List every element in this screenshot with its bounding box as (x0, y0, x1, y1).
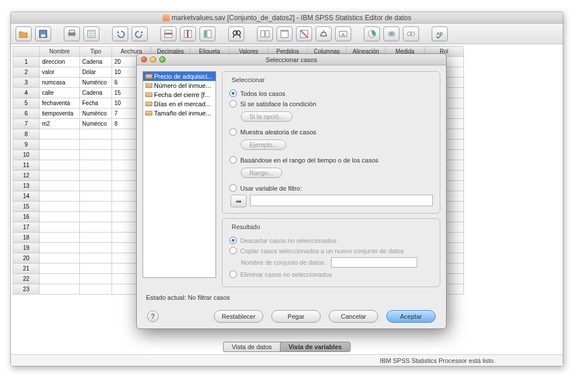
ok-button[interactable]: Aceptar (386, 310, 436, 323)
reset-button[interactable]: Restablecer (214, 310, 263, 323)
radio-range[interactable]: Basándose en el rango del tiempo o de lo… (229, 156, 433, 164)
svg-rect-1 (41, 34, 45, 37)
goto-var-button[interactable] (180, 26, 196, 41)
print-button[interactable] (64, 26, 80, 41)
list-item: Número del inmue... (143, 81, 216, 90)
svg-point-22 (390, 31, 395, 36)
split-button[interactable] (257, 26, 273, 41)
radio-icon (229, 156, 237, 164)
scale-icon (145, 92, 152, 97)
svg-rect-16 (281, 30, 289, 32)
weight-cases-button[interactable] (316, 26, 332, 41)
app-icon (163, 14, 170, 21)
list-item: Fecha del cierre [f... (143, 90, 216, 99)
if-button[interactable]: Si la opció... (241, 111, 293, 122)
svg-rect-8 (187, 30, 189, 37)
save-button[interactable] (35, 26, 51, 41)
weight-button[interactable] (276, 26, 293, 41)
variables-button[interactable] (199, 26, 216, 41)
toolbar: A AB (11, 24, 563, 44)
svg-rect-6 (165, 33, 172, 34)
list-item: Tamaño del inmue... (143, 109, 216, 118)
tab-variable-view[interactable]: Vista de variables (280, 342, 351, 352)
sets-button[interactable] (383, 26, 399, 41)
status-bar: IBM SPSS Statistics Processor está listo (11, 354, 563, 366)
sample-button[interactable]: Ejemplo... (241, 140, 286, 150)
result-fieldset: Resultado Descartar casos no seleccionad… (222, 218, 440, 287)
svg-rect-14 (266, 30, 269, 37)
col-tipo[interactable]: Tipo (80, 47, 112, 57)
radio-icon (229, 247, 237, 254)
close-icon[interactable] (141, 56, 147, 63)
select-cases-button[interactable] (296, 26, 312, 41)
window-titlebar: marketvalues.sav [Conjunto_de_datos2] - … (11, 12, 563, 24)
radio-icon (229, 128, 237, 136)
radio-all-cases[interactable]: Todos los casos (229, 90, 433, 97)
paste-button[interactable]: Pegar (271, 310, 321, 323)
svg-point-24 (410, 32, 414, 36)
minimize-icon[interactable] (150, 56, 156, 63)
zoom-icon[interactable] (159, 56, 166, 63)
variable-list[interactable]: Precio de adquisici... Número del inmue.… (143, 71, 216, 278)
dataset-name-field[interactable] (331, 257, 417, 268)
move-variable-button[interactable]: ➦ (230, 195, 247, 207)
view-tabs: Vista de datosVista de variables (11, 342, 563, 352)
find-button[interactable] (228, 26, 244, 41)
svg-rect-3 (70, 30, 75, 33)
svg-text:AB: AB (437, 30, 443, 36)
select-cases-dialog: Seleccionar casos Precio de adquisici...… (136, 53, 447, 329)
radio-delete: Eliminar casos no seleccionados (229, 270, 433, 278)
dialog-title: Seleccionar casos (266, 56, 317, 63)
select-fieldset: Seleccionar Todos los casos Si se satisf… (222, 71, 440, 214)
radio-icon (229, 100, 237, 107)
radio-icon (229, 270, 237, 278)
show-all-button[interactable] (403, 26, 419, 41)
list-item: Días en el mercad... (143, 99, 216, 109)
dialog-titlebar[interactable]: Seleccionar casos (137, 54, 446, 65)
radio-copy: Copiar casos seleccionados a un nuevo co… (229, 247, 433, 254)
select-legend: Seleccionar (229, 76, 267, 83)
value-labels-button[interactable]: A (335, 26, 351, 41)
radio-filter-variable[interactable]: Usar variable de filtro: (229, 184, 433, 192)
open-button[interactable] (16, 26, 32, 41)
col-nombre[interactable]: Nombre (40, 47, 80, 57)
goto-case-button[interactable] (160, 26, 176, 41)
dataset-name-label: Nombre de conjunto de datos: (241, 259, 325, 266)
current-status-label: Estado actual: No filtrar casos (145, 291, 231, 303)
spellcheck-button[interactable]: AB (432, 26, 448, 41)
svg-rect-9 (204, 30, 207, 37)
redo-button[interactable] (132, 26, 148, 41)
filter-variable-field[interactable] (250, 195, 433, 206)
radio-discard: Descartar casos no seleccionados (229, 237, 433, 244)
radio-icon (229, 90, 237, 97)
radio-if-condition[interactable]: Si se satisface la condición (229, 100, 433, 107)
svg-rect-10 (207, 30, 211, 37)
radio-icon (229, 237, 237, 244)
undo-button[interactable] (112, 26, 128, 41)
scale-icon (145, 102, 152, 106)
cancel-button[interactable]: Cancelar (329, 310, 378, 323)
status-text: IBM SPSS Statistics Processor está listo (380, 357, 494, 364)
scale-icon (145, 74, 152, 79)
radio-icon (229, 184, 237, 192)
tab-data-view[interactable]: Vista de datos (223, 342, 280, 352)
range-button[interactable]: Rango... (241, 168, 282, 178)
scale-icon (145, 83, 152, 88)
list-item: Precio de adquisici... (143, 72, 216, 81)
recall-button[interactable] (83, 26, 99, 41)
svg-text:A: A (341, 32, 345, 37)
result-legend: Resultado (229, 223, 263, 230)
chart-button[interactable] (364, 26, 380, 41)
svg-rect-13 (261, 30, 264, 37)
scale-icon (145, 111, 152, 115)
window-title: marketvalues.sav [Conjunto_de_datos2] - … (172, 14, 412, 22)
help-button[interactable]: ? (147, 311, 159, 322)
corner-cell (13, 47, 40, 57)
radio-random-sample[interactable]: Muestra aleatoria de casos (229, 128, 433, 136)
